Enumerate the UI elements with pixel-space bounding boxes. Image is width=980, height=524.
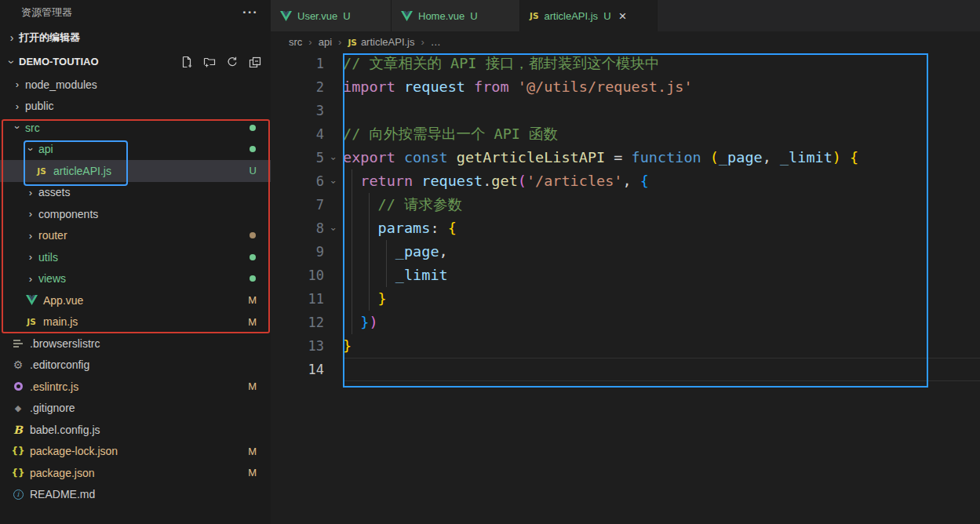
tree-item--eslintrc-js[interactable]: .eslintrc.jsM: [0, 376, 271, 398]
chevron-right-icon: ›: [5, 31, 19, 44]
new-file-icon: [180, 56, 193, 68]
code-line[interactable]: 3: [271, 99, 980, 122]
code-line[interactable]: 7 // 请求参数: [271, 193, 980, 217]
tree-item-readme-md[interactable]: iREADME.md: [0, 484, 271, 506]
refresh-button[interactable]: [225, 55, 239, 68]
breadcrumb-item[interactable]: JSarticleAPI.js: [348, 36, 414, 48]
collapse-all-icon: [249, 56, 261, 68]
tree-item-assets[interactable]: ›assets: [0, 182, 271, 204]
tree-item-views[interactable]: ›views: [0, 268, 271, 290]
tree-item--browserslistrc[interactable]: .browserslistrc: [0, 333, 271, 355]
editor-area: User.vueUHome.vueUJSarticleAPI.jsU× src›…: [271, 0, 980, 524]
line-number: 8: [271, 217, 324, 240]
code-line[interactable]: 11 }: [271, 287, 980, 311]
code-line[interactable]: 12 }): [271, 311, 980, 334]
git-status-badge: M: [248, 446, 257, 457]
chevron-right-icon: ›: [24, 230, 37, 242]
project-label: DEMO-TOUTIAO: [19, 56, 99, 67]
list-icon: [13, 339, 24, 348]
code-line[interactable]: 8› params: {: [271, 217, 980, 240]
tab-label: User.vue: [297, 10, 337, 22]
tree-item-public[interactable]: ›public: [0, 96, 271, 118]
tab-label: articleAPI.js: [544, 10, 598, 22]
tree-item-articleapi-js[interactable]: JSarticleAPI.jsU: [0, 160, 271, 182]
tree-item-label: .browserslistrc: [30, 337, 100, 350]
new-folder-button[interactable]: [202, 55, 216, 68]
tree-item-label: assets: [38, 186, 70, 198]
tree-item-label: .editorconfig: [30, 358, 89, 371]
collapse-all-button[interactable]: [248, 55, 261, 68]
git-status-badge: M: [248, 467, 257, 479]
tree-item-package-lock-json[interactable]: {}package-lock.jsonM: [0, 441, 271, 463]
code-text: // 文章相关的 API 接口，都封装到这个模块中: [343, 52, 660, 75]
project-section[interactable]: › DEMO-TOUTIAO: [0, 49, 271, 74]
code-line[interactable]: 9 _page,: [271, 240, 980, 264]
tab-bar: User.vueUHome.vueUJSarticleAPI.jsU×: [271, 0, 980, 31]
tab-untracked-badge: U: [603, 10, 610, 22]
gear-icon: ⚙: [13, 358, 24, 371]
breadcrumb-item[interactable]: api: [319, 36, 332, 48]
babel-icon: B: [13, 424, 23, 436]
breadcrumb-item[interactable]: …: [431, 36, 441, 48]
tab-user-vue[interactable]: User.vueU: [271, 0, 392, 31]
vue-icon: [280, 11, 292, 21]
code-text: }): [343, 311, 378, 334]
fold-chevron-icon[interactable]: ›: [322, 155, 345, 161]
tree-item--editorconfig[interactable]: ⚙.editorconfig: [0, 355, 271, 377]
code-line[interactable]: 6› return request.get('/articles', {: [271, 169, 980, 193]
tab-articleapi-js[interactable]: JSarticleAPI.jsU×: [520, 0, 658, 31]
line-number: 12: [271, 311, 324, 334]
tree-item-node-modules[interactable]: ›node_modules: [0, 74, 271, 96]
code-text: export const getArticleListAPI = functio…: [343, 146, 858, 169]
open-editors-section[interactable]: › 打开的编辑器: [0, 25, 271, 49]
line-number: 14: [271, 358, 324, 381]
tree-item-label: main.js: [43, 315, 78, 328]
tree-item-router[interactable]: ›router: [0, 225, 271, 247]
tab-untracked-badge: U: [470, 10, 477, 22]
tree-item-utils[interactable]: ›utils: [0, 246, 271, 268]
json-icon: {}: [11, 446, 24, 457]
new-file-button[interactable]: [180, 55, 193, 68]
git-status-dot: [250, 275, 256, 282]
tree-item-label: articleAPI.js: [53, 165, 111, 177]
code-editor[interactable]: 1// 文章相关的 API 接口，都封装到这个模块中2import reques…: [271, 52, 980, 524]
tree-item--gitignore[interactable]: ◆.gitignore: [0, 398, 271, 420]
tree-item-babel-config-js[interactable]: Bbabel.config.js: [0, 419, 271, 441]
tree-item-label: .eslintrc.js: [30, 380, 78, 393]
git-status-badge: M: [248, 316, 257, 328]
code-line[interactable]: 1// 文章相关的 API 接口，都封装到这个模块中: [271, 52, 980, 75]
tab-home-vue[interactable]: Home.vueU: [392, 0, 520, 31]
git-status-badge: U: [250, 165, 257, 176]
line-number: 3: [271, 99, 324, 122]
line-number: 4: [271, 122, 324, 146]
code-line[interactable]: 2import request from '@/utils/request.js…: [271, 75, 980, 99]
more-actions-icon[interactable]: ···: [242, 5, 258, 20]
close-icon[interactable]: ×: [619, 9, 627, 23]
fold-chevron-icon[interactable]: ›: [322, 179, 345, 184]
tree-item-src[interactable]: ›src: [0, 117, 271, 139]
code-line[interactable]: 4// 向外按需导出一个 API 函数: [271, 122, 980, 146]
code-line[interactable]: 5›export const getArticleListAPI = funct…: [271, 146, 980, 169]
tree-item-api[interactable]: ›api: [0, 139, 271, 161]
breadcrumb-separator-icon: ›: [308, 36, 311, 48]
tree-item-label: views: [38, 272, 66, 285]
code-text: _limit: [343, 264, 448, 287]
breadcrumb-item[interactable]: src: [289, 36, 302, 48]
tree-item-components[interactable]: ›components: [0, 203, 271, 225]
chevron-right-icon: ›: [11, 78, 24, 90]
code-line[interactable]: 14: [271, 358, 980, 381]
explorer-title: 资源管理器: [21, 5, 72, 20]
tree-item-label: README.md: [30, 488, 95, 500]
code-line[interactable]: 10 _limit: [271, 264, 980, 287]
tree-item-app-vue[interactable]: App.vueM: [0, 289, 271, 311]
tree-item-label: components: [38, 208, 98, 220]
line-number: 2: [271, 75, 324, 99]
json-icon: {}: [11, 468, 24, 479]
explorer-toolbar: [180, 55, 271, 68]
code-line[interactable]: 13}: [271, 334, 980, 358]
eslint-icon: [14, 382, 23, 391]
refresh-icon: [226, 56, 239, 68]
tree-item-package-json[interactable]: {}package.jsonM: [0, 462, 271, 484]
fold-chevron-icon[interactable]: ›: [322, 226, 345, 231]
tree-item-main-js[interactable]: JSmain.jsM: [0, 311, 271, 333]
